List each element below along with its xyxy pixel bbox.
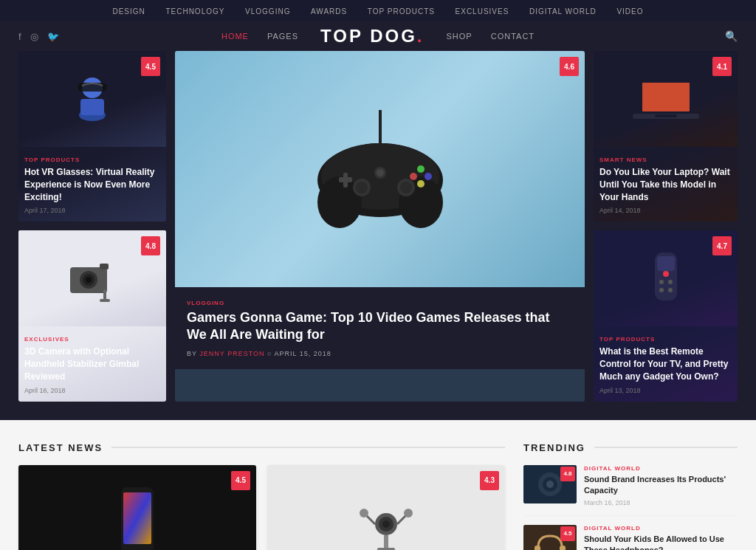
nav-pages[interactable]: Pages [260, 32, 306, 41]
trending-item-1[interactable]: 4.8 Digital World Sound Brand Increases … [523, 465, 738, 516]
svg-rect-9 [103, 289, 106, 300]
trending-item-2[interactable]: 4.5 Digital World Should Your Kids Be Al… [523, 516, 738, 550]
svg-point-34 [659, 280, 664, 284]
site-header: f ◎ 🐦 Home Pages TOP DOG. Shop Contact 🔍 [0, 21, 756, 51]
latest-news-title: Latest News [18, 442, 103, 453]
hero-main-by: BY [187, 350, 199, 357]
svg-point-19 [425, 173, 432, 180]
hero-card-vr-body: Top Products Hot VR Glasses: Virtual Rea… [18, 147, 166, 221]
hero-card-vr-tag: Top Products [24, 157, 80, 163]
svg-point-17 [417, 165, 425, 173]
svg-rect-3 [80, 99, 104, 115]
hero-card-vr[interactable]: Top Products Hot VR Glasses: Virtual Rea… [18, 51, 166, 221]
svg-point-20 [417, 180, 425, 188]
hero-card-camera[interactable]: Exclusives 3D Camera with Optional Handh… [18, 230, 166, 401]
instagram-link[interactable]: ◎ [30, 31, 38, 42]
top-nav-technology[interactable]: Technology [165, 7, 224, 16]
trending-list: 4.8 Digital World Sound Brand Increases … [523, 465, 738, 550]
trending-item-2-rating: 4.5 [560, 526, 575, 541]
twitter-link[interactable]: 🐦 [47, 31, 59, 42]
trending-item-2-tag: Digital World [584, 525, 738, 532]
latest-news-section: Latest News [18, 442, 505, 550]
top-nav-digital-world[interactable]: Digital World [529, 7, 597, 16]
hero-main-body: Vlogging Gamers Gonna Game: Top 10 Video… [175, 287, 585, 369]
svg-point-18 [410, 173, 417, 180]
hero-right-column: Smart News Do You Like Your Laptop? Wait… [594, 51, 738, 402]
hero-card-remote[interactable]: Top Products What is the Best Remote Con… [594, 230, 738, 401]
center-nav: Home Pages TOP DOG. Shop Contact [214, 26, 542, 47]
trending-divider [594, 447, 738, 448]
main-content: Latest News [0, 420, 756, 550]
svg-point-7 [86, 277, 92, 283]
hero-card-laptop-title: Do You Like Your Laptop? Wait Until You … [599, 166, 732, 203]
hero-main-rating: 4.6 [560, 57, 579, 76]
hero-card-vr-title: Hot VR Glasses: Virtual Reality Experien… [24, 166, 160, 203]
svg-point-55 [546, 481, 554, 488]
news-card-gadget-rating: 4.3 [480, 471, 499, 490]
nav-home[interactable]: Home [214, 32, 256, 41]
svg-point-36 [659, 288, 664, 292]
top-nav-design[interactable]: Design [112, 7, 145, 16]
hero-card-camera-date: April 16, 2018 [24, 387, 160, 394]
trending-title: Trending [523, 442, 585, 453]
search-icon[interactable]: 🔍 [725, 30, 738, 42]
top-nav-video[interactable]: Video [616, 7, 643, 16]
news-card-phone-image [18, 465, 256, 550]
hero-card-laptop-date: April 14, 2018 [599, 207, 732, 214]
hero-card-remote-date: April 13, 2018 [599, 387, 732, 394]
top-nav-top-products[interactable]: Top Products [368, 7, 435, 16]
svg-rect-57 [535, 546, 540, 550]
hero-card-camera-tag: Exclusives [24, 336, 69, 343]
top-nav-vlogging[interactable]: Vlogging [245, 7, 290, 16]
svg-rect-29 [642, 83, 690, 111]
news-card-gadget-image [267, 465, 505, 550]
hero-section: Top Products Hot VR Glasses: Virtual Rea… [0, 51, 756, 420]
svg-rect-10 [100, 299, 110, 302]
camera-image-svg [59, 252, 126, 304]
phone-svg [115, 484, 159, 550]
nav-shop[interactable]: Shop [439, 32, 480, 41]
top-nav[interactable]: Design Technology Vlogging Awards Top Pr… [0, 5, 756, 16]
hero-card-vr-date: April 17, 2018 [24, 207, 160, 214]
svg-point-37 [668, 288, 673, 292]
top-nav-exclusives[interactable]: Exclusives [456, 7, 509, 16]
vr-image-svg [63, 69, 122, 128]
trending-item-1-image: 4.8 [523, 465, 577, 503]
hero-main-separator: ○ [267, 350, 274, 357]
remote-svg [636, 249, 695, 308]
hero-card-remote-body: Top Products What is the Best Remote Con… [594, 326, 738, 401]
trending-item-1-body: Digital World Sound Brand Increases Its … [584, 465, 738, 506]
hero-card-camera-rating: 4.8 [141, 236, 160, 255]
facebook-link[interactable]: f [18, 31, 21, 42]
news-card-phone[interactable]: 4.5 [18, 465, 256, 550]
header-right: 🔍 [725, 30, 738, 42]
hero-card-laptop-body: Smart News Do You Like Your Laptop? Wait… [594, 147, 738, 221]
hero-card-vr-rating: 4.5 [141, 57, 160, 76]
hero-main-author: Jenny Preston [199, 350, 264, 357]
hero-main-tag: Vlogging [187, 300, 224, 306]
trending-item-2-body: Digital World Should Your Kids Be Allowe… [584, 525, 738, 550]
hero-card-camera-title: 3D Camera with Optional Handheld Stabili… [24, 346, 160, 382]
hero-center-feature[interactable]: 4.6 Vlogging Gamers Gonna Game: Top 10 V… [175, 51, 585, 402]
hero-main-meta: BY Jenny Preston ○ April 15, 2018 [187, 350, 573, 357]
svg-point-49 [404, 509, 413, 518]
svg-rect-31 [655, 114, 677, 117]
news-card-phone-rating: 4.5 [231, 471, 250, 490]
gadget-svg [357, 487, 416, 550]
hero-card-laptop[interactable]: Smart News Do You Like Your Laptop? Wait… [594, 51, 738, 221]
trending-item-1-rating: 4.8 [560, 467, 575, 481]
hero-card-remote-tag: Top Products [599, 336, 655, 343]
svg-point-38 [663, 271, 669, 277]
svg-point-24 [400, 182, 412, 193]
nav-contact[interactable]: Contact [484, 32, 542, 41]
hero-main-image [175, 51, 585, 287]
hero-card-remote-title: What is the Best Remote Control for Your… [599, 346, 732, 382]
top-nav-awards[interactable]: Awards [311, 7, 347, 16]
svg-rect-8 [100, 264, 109, 269]
section-divider [111, 447, 505, 448]
hero-card-laptop-rating: 4.1 [712, 57, 732, 76]
news-card-gadget[interactable]: 4.3 [267, 465, 505, 550]
laptop-svg [629, 73, 703, 125]
site-logo: TOP DOG. [309, 26, 435, 47]
controller-svg [299, 110, 461, 228]
